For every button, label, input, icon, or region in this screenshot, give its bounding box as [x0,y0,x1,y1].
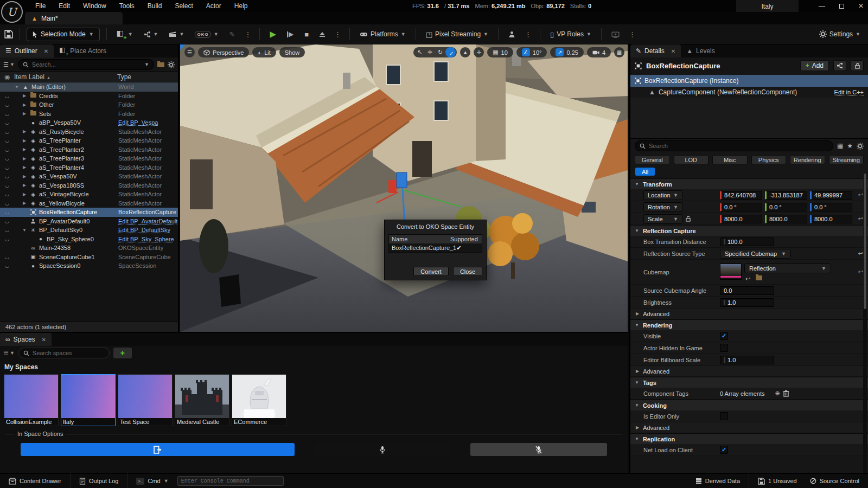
tab-main-level[interactable]: ▲ Main* [25,12,123,24]
derived-data-button[interactable]: Derived Data [691,473,744,488]
outliner-search-input[interactable] [32,61,141,68]
console-command-input[interactable] [181,478,280,484]
space-tile[interactable]: ECommerce [232,374,286,426]
visible-checkbox[interactable]: ✓ [720,332,728,340]
menu-build[interactable]: Build [142,1,168,11]
use-selected-asset-icon[interactable]: ↩ [745,275,750,282]
frame-skip-button[interactable]: ▶ [284,28,297,41]
eye-closed-icon[interactable]: ◡ [0,183,14,188]
dialog-table-row[interactable]: BoxReflectionCapture_1 ✔ [389,243,482,252]
is-editor-only-checkbox[interactable] [720,412,728,420]
outliner-row[interactable]: ◡▶◈aS_TreePlanter3StaticMeshActor [0,154,178,163]
add-element-icon[interactable]: ⊕ [775,390,780,397]
outliner-search[interactable]: ▼ [18,59,154,70]
item-label-column[interactable]: Item Label ▲ [14,73,117,81]
space-tile[interactable]: Medieval Castle [175,374,229,426]
eject-button[interactable] [316,28,328,41]
microphone-button[interactable] [314,443,451,456]
edit-blueprint-link[interactable]: Edit BP_Vespa [118,119,158,126]
source-control-button[interactable]: Source Control [806,473,864,488]
outliner-row[interactable]: ◡▼☀BP_DefaultSky0Edit BP_DefaultSky [0,226,178,235]
add-component-button[interactable]: +Add [800,60,829,71]
select-tool[interactable]: ↖ [414,47,425,57]
eye-closed-icon[interactable]: ◡ [0,219,14,224]
cinematics-dropdown[interactable]: ▼ [165,28,187,41]
scale-x-input[interactable]: 8000.0 [720,215,762,223]
maximize-button[interactable] [839,4,844,9]
eye-closed-icon[interactable]: ◡ [0,102,14,107]
collab-button[interactable] [505,28,519,41]
outliner-row[interactable]: ◡●SpaceSession0SpaceSession [0,261,178,271]
filter-funnel-icon[interactable]: ☰▼ [3,61,15,68]
tab-spaces[interactable]: ∞ Spaces ✕ [0,333,52,346]
cubemap-asset-dropdown[interactable]: Reflection▼ [744,264,831,273]
edit-in-cpp-link[interactable]: Edit in C++ [834,89,864,95]
eye-closed-icon[interactable]: ◡ [0,120,14,125]
filter-chip-general[interactable]: General [635,155,670,164]
details-settings-gear-icon[interactable] [857,143,864,150]
collab-dots[interactable]: ⋮ [523,30,533,38]
reflection-source-dropdown[interactable]: Specified Cubemap▼ [720,249,791,259]
scale-z-input[interactable]: 8000.0 [810,215,852,223]
filter-chip-all[interactable]: All [635,167,655,176]
location-y-input[interactable]: -313.853187 [765,191,807,200]
scale-tool[interactable]: ↔ [445,47,456,57]
oko-dropdown[interactable]: OKO▼ [192,28,221,41]
close-button[interactable]: ✕ [858,2,864,10]
eye-closed-icon[interactable]: ◡ [0,236,14,242]
eye-closed-icon[interactable]: ◡ [0,227,14,233]
tab-place-actors[interactable]: ◧+ Place Actors [54,44,112,57]
outliner-row-selected[interactable]: ◡BoxReflectionCaptureBoxReflectionCaptur… [0,208,178,217]
scale-dropdown[interactable]: Scale▼ [643,214,682,224]
lock-details-button[interactable] [851,60,864,71]
cooking-advanced-row[interactable]: ▶Advanced [630,422,868,433]
rotation-y-input[interactable]: 0.0 ° [765,203,807,211]
visibility-column-icon[interactable]: ◉ [0,73,14,81]
pixel-streaming-dropdown[interactable]: ◳ Pixel Streaming▼ [423,28,492,41]
tab-outliner[interactable]: ☰ Outliner ✕ [0,44,54,57]
trash-icon[interactable] [783,390,789,397]
instance-row[interactable]: BoxReflectionCapture (Instance) [630,75,868,87]
rotation-z-input[interactable]: 0.0 ° [810,203,852,211]
edit-blueprint-link[interactable]: Edit BP_AvatarDefault [118,218,177,224]
microphone-muted-button[interactable] [470,443,607,456]
section-replication[interactable]: ▼Replication [630,433,868,444]
toolbar-overflow-dots[interactable]: ⋮ [242,30,253,38]
display-options-icon[interactable]: ▦ [837,142,843,150]
stop-button[interactable]: ■ [301,28,312,41]
menu-window[interactable]: Window [78,1,112,11]
new-folder-icon[interactable] [157,62,164,67]
blueprints-dropdown[interactable]: ▼ [141,28,162,41]
outliner-row[interactable]: ◡▶SetsFolder [0,110,178,119]
output-log-button[interactable]: Output Log [75,473,123,488]
eye-closed-icon[interactable]: ◡ [0,147,14,152]
tab-details[interactable]: ✎ Details ✕ [630,44,681,57]
camera-speed-control[interactable]: 4 [587,47,611,57]
level-viewport[interactable]: ☰ Perspective ◐ Lit Show ↖ ✛ ↻ ↔ ▲ ✛ [180,44,628,332]
outliner-row[interactable]: ∞Main-24358OKOSpaceEntity [0,243,178,253]
close-dialog-button[interactable]: Close [453,267,482,276]
details-search[interactable] [635,140,833,151]
filter-chip-rendering[interactable]: Rendering [790,155,825,164]
close-tab-icon[interactable]: ✕ [671,48,675,54]
surface-snap-toggle[interactable]: ✛ [474,47,484,57]
section-reflection-capture[interactable]: ▼Reflection Capture [630,225,868,236]
rotation-x-input[interactable]: 0.0 ° [720,203,762,211]
rotation-snap-control[interactable]: ∠ 10° [516,47,547,57]
tab-levels[interactable]: ▲ Levels [681,44,720,57]
outliner-settings-gear-icon[interactable] [168,61,175,68]
actor-hidden-checkbox[interactable] [720,344,728,352]
section-cooking[interactable]: ▼Cooking [630,400,868,410]
outliner-row[interactable]: ▼▲Main (Editor)World [0,82,178,92]
outliner-row[interactable]: ◡▶◈aS_TreePlanter4StaticMeshActor [0,163,178,172]
section-transform[interactable]: ▼Transform [630,178,868,189]
lit-dropdown[interactable]: ◐ Lit [252,47,276,57]
details-scrollbar[interactable] [863,174,867,473]
type-column[interactable]: Type [117,73,178,81]
scale-snap-control[interactable]: ↗ 0.25 [550,47,583,57]
play-options-dots[interactable]: ⋮ [333,30,343,38]
menu-actor[interactable]: Actor [201,1,227,11]
filter-chip-misc[interactable]: Misc [712,155,748,164]
scale-lock-icon[interactable] [686,216,691,222]
world-local-toggle[interactable]: ▲ [460,47,470,57]
